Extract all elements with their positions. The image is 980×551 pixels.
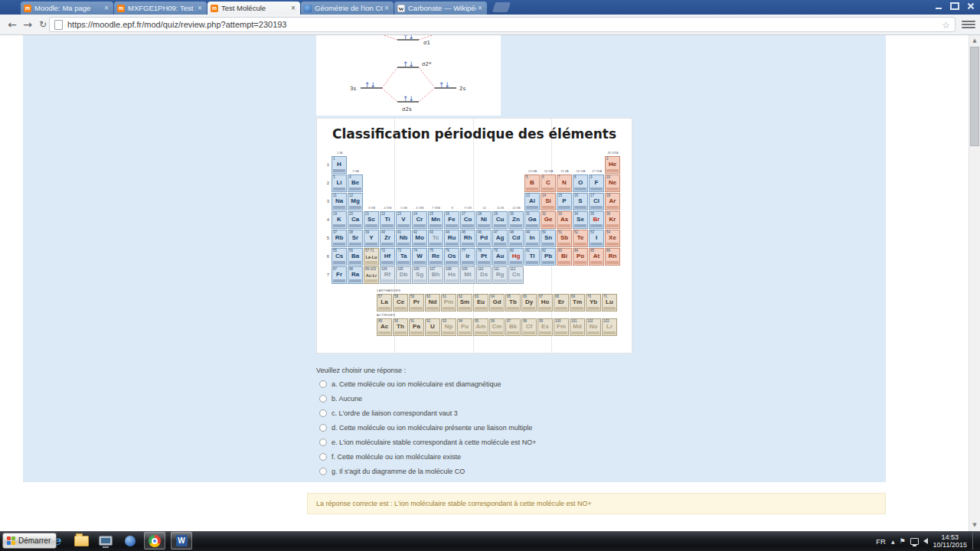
group-label: 1 IA xyxy=(332,151,348,155)
language-indicator[interactable]: FR xyxy=(876,537,886,546)
element-cell: 96Cm xyxy=(489,318,505,336)
element-cell: 26Fe xyxy=(444,211,459,229)
answer-option[interactable]: b. Aucune xyxy=(319,391,537,406)
answer-option[interactable]: d. Cette molécule ou ion moléculaire pré… xyxy=(319,420,537,435)
browser-tab[interactable]: WCarbonate — Wikipédia xyxy=(394,2,487,15)
start-label: Démarrer xyxy=(18,536,51,545)
url-text[interactable]: https://moodle.epf.fr/mod/quiz/review.ph… xyxy=(67,20,942,29)
scroll-down-icon[interactable] xyxy=(969,520,980,531)
tab-title: Géométrie de l'ion CO 3 2- xyxy=(315,4,383,12)
group-label: 18 VIIIA xyxy=(605,151,621,155)
group-label: 13 IIIA xyxy=(524,169,541,173)
group-label: 15 VA xyxy=(557,169,573,173)
answer-option[interactable]: c. L'ordre de liaison correspondant vaut… xyxy=(319,406,537,420)
options-list: a. Cette molécule ou ion moléculaire est… xyxy=(319,377,537,478)
page-scrollbar[interactable] xyxy=(969,35,980,531)
element-cell: 79Au xyxy=(492,248,508,266)
mo-label-right: 2s xyxy=(459,86,466,92)
radio-icon[interactable] xyxy=(319,409,327,417)
electron-arrows-icon: ↑↓ xyxy=(403,60,414,68)
tab-close-icon[interactable] xyxy=(289,4,297,12)
radio-icon[interactable] xyxy=(319,380,327,388)
scrollbar-thumb[interactable] xyxy=(970,47,979,146)
group-label: 7 VIIB xyxy=(428,206,444,210)
element-cell: 45Rh xyxy=(460,230,475,247)
browser-tab[interactable]: mMoodle: Ma page xyxy=(21,2,113,15)
new-tab-button[interactable] xyxy=(492,2,511,12)
chrome-button[interactable] xyxy=(144,532,165,549)
omnibox[interactable]: https://moodle.epf.fr/mod/quiz/review.ph… xyxy=(49,17,956,32)
answer-option[interactable]: e. L'ion moléculaire stable correspondan… xyxy=(319,435,537,449)
group-label: 11 IB xyxy=(492,206,508,210)
menu-button[interactable] xyxy=(962,19,975,30)
element-cell: 53I xyxy=(589,230,604,247)
group-label: 14 IVA xyxy=(541,169,557,173)
bookmark-star-icon[interactable] xyxy=(942,18,950,31)
radio-icon[interactable] xyxy=(319,439,327,446)
element-cell: 62Sm xyxy=(457,294,472,311)
answer-option[interactable]: g. Il s'agit du diagramme de la molécule… xyxy=(319,464,537,478)
browser-toolbar: https://moodle.epf.fr/mod/quiz/review.ph… xyxy=(0,15,980,35)
browser-tab[interactable]: mMXFGE1PH09: Test 2 xyxy=(114,2,207,15)
element-cell: 75Re xyxy=(428,248,443,266)
app-button[interactable] xyxy=(119,532,141,549)
start-button[interactable]: Démarrer xyxy=(2,533,57,549)
element-cell: 92U xyxy=(425,318,440,336)
tab-close-icon[interactable] xyxy=(476,4,484,12)
minimize-button[interactable] xyxy=(932,1,945,11)
mo-label-mid: σ2* xyxy=(422,61,432,67)
browser-tab[interactable]: Géométrie de l'ion CO 3 2- xyxy=(301,2,394,15)
back-button[interactable] xyxy=(5,17,20,32)
mo-label-left: 3s xyxy=(350,86,356,92)
show-desktop-button[interactable] xyxy=(972,533,978,549)
element-cell: 99Es xyxy=(537,318,553,336)
radio-icon[interactable] xyxy=(319,395,327,403)
forward-button[interactable] xyxy=(20,17,35,32)
element-cell: 2He xyxy=(605,156,620,174)
tab-close-icon[interactable] xyxy=(383,4,390,12)
period-number: 2 xyxy=(322,181,329,185)
element-cell: 89Ac xyxy=(377,318,392,336)
tab-close-icon[interactable] xyxy=(103,4,110,12)
browser-tab[interactable]: mTest Molécule xyxy=(207,2,300,15)
element-cell: 61Pm xyxy=(441,294,456,311)
moodle-favicon-icon: m xyxy=(211,5,218,12)
element-cell: 3Li xyxy=(332,174,347,192)
element-cell: 104Rf xyxy=(380,266,395,284)
refresh-button[interactable] xyxy=(35,17,51,32)
radio-icon[interactable] xyxy=(319,424,327,432)
maximize-button[interactable] xyxy=(948,1,961,11)
tab-close-icon[interactable] xyxy=(196,4,204,12)
answer-option[interactable]: f. Cette molécule ou ion moléculaire exi… xyxy=(319,449,537,464)
scroll-up-icon[interactable] xyxy=(969,35,980,47)
answer-option[interactable]: a. Cette molécule ou ion moléculaire est… xyxy=(319,377,537,391)
element-cell: 13Al xyxy=(524,193,540,210)
element-cell: 86Rn xyxy=(605,248,620,266)
electron-arrows-icon: ↑↓ xyxy=(364,81,376,89)
element-cell: 21Sc xyxy=(364,211,379,229)
group-label: 8 xyxy=(444,206,460,210)
folder-button[interactable] xyxy=(70,532,92,549)
element-cell: 72Hf xyxy=(380,248,395,266)
element-cell: 32Ge xyxy=(541,211,556,229)
period-number: 3 xyxy=(322,199,329,204)
moodle-favicon-icon: m xyxy=(117,5,125,12)
tray-clock[interactable]: 14:53 10/11/2015 xyxy=(933,533,967,549)
close-icon xyxy=(967,2,975,10)
hidden-icons-icon[interactable] xyxy=(891,539,895,544)
radio-icon[interactable] xyxy=(319,468,327,475)
close-button[interactable] xyxy=(964,1,977,11)
element-cell: 64Gd xyxy=(489,294,505,311)
electron-arrows-icon: ↑↓ xyxy=(439,81,450,89)
volume-icon[interactable] xyxy=(923,538,928,544)
computer-button[interactable] xyxy=(95,532,116,549)
element-cell: 66Dy xyxy=(521,294,537,311)
action-center-icon[interactable] xyxy=(900,537,906,545)
radio-icon[interactable] xyxy=(319,453,327,461)
element-cell: 57-71La-Lu xyxy=(364,248,379,266)
element-cell: 38Sr xyxy=(348,230,363,247)
word-button[interactable]: W xyxy=(171,532,192,549)
network-icon[interactable] xyxy=(910,538,919,545)
element-cell: 24Cr xyxy=(412,211,427,229)
element-cell: 5B xyxy=(524,174,540,192)
